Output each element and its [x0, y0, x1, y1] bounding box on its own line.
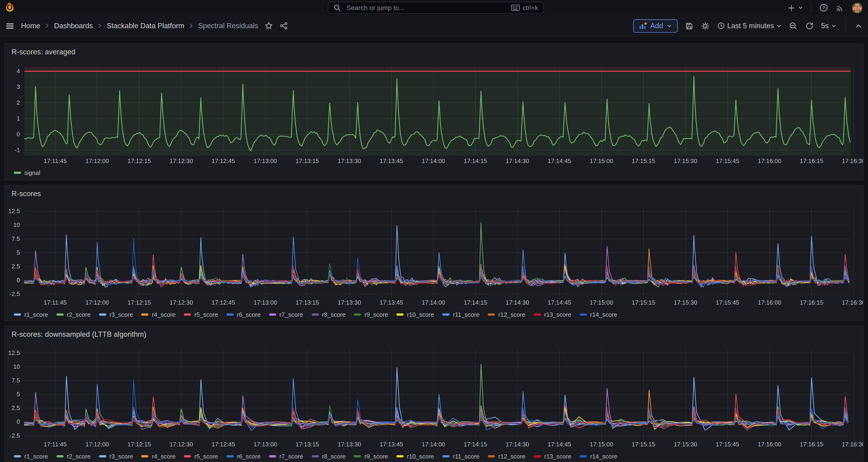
news-button[interactable]: [836, 3, 844, 12]
legend-item-r11_score[interactable]: r11_score: [442, 453, 479, 459]
legend-item-r9_score[interactable]: r9_score: [354, 311, 388, 318]
legend-series-color: [580, 313, 587, 315]
legend-series-color: [226, 313, 234, 315]
x-tick-label: 17:12:45: [212, 158, 235, 164]
y-tick-label: 10: [13, 363, 20, 370]
save-dashboard-button[interactable]: [684, 21, 693, 30]
legend-item-r7_score[interactable]: r7_score: [269, 311, 303, 318]
breadcrumb: Home Dashboards Stackable Data Platform …: [21, 22, 258, 30]
legend-item-r5_score[interactable]: r5_score: [184, 311, 218, 318]
legend-item-r7_score[interactable]: r7_score: [269, 453, 303, 459]
toolbar-right: Add Last 5 minutes: [633, 19, 862, 32]
legend-series-color: [184, 455, 191, 457]
legend-item-r2_score[interactable]: r2_score: [56, 453, 91, 459]
legend-item-r1_score[interactable]: r1_score: [14, 311, 48, 318]
breadcrumb-dashboards[interactable]: Dashboards: [54, 22, 93, 30]
legend-series-color: [442, 455, 450, 457]
x-tick-label: 17:15:30: [674, 158, 698, 164]
legend-series-color: [442, 313, 450, 315]
legend-item-r2_score[interactable]: r2_score: [56, 311, 91, 318]
x-tick-label: 17:12:30: [169, 158, 193, 164]
time-range-picker[interactable]: Last 5 minutes: [717, 22, 782, 30]
x-tick-label: 17:14:30: [506, 441, 529, 448]
search-box[interactable]: ctrl+k: [328, 2, 544, 14]
x-tick-label: 17:12:15: [127, 299, 151, 306]
time-series-plot[interactable]: 17:11:4517:12:0017:12:1517:12:3017:12:45…: [5, 185, 863, 320]
legend-item-r14_score[interactable]: r14_score: [580, 311, 617, 318]
new-button[interactable]: [787, 3, 803, 12]
legend-series-color: [56, 313, 64, 315]
y-tick-label: 2.5: [12, 263, 20, 270]
legend-series-name: r4_score: [152, 453, 176, 459]
y-tick-label: 2: [17, 99, 20, 106]
collapse-toolbar-button[interactable]: [855, 22, 862, 30]
search-input[interactable]: [345, 3, 507, 12]
x-tick-label: 17:11:45: [43, 441, 67, 448]
mega-menu-button[interactable]: [6, 21, 14, 30]
top-nav: ctrl+k ?: [0, 0, 868, 16]
breadcrumb-current: Spectral Residuals: [198, 22, 258, 30]
zoom-out-icon: [789, 21, 798, 30]
legend-series-color: [14, 455, 21, 457]
time-series-plot[interactable]: 17:11:4517:12:0017:12:1517:12:3017:12:45…: [5, 326, 863, 461]
legend-item-r4_score[interactable]: r4_score: [141, 453, 176, 459]
legend-item-r13_score[interactable]: r13_score: [534, 453, 571, 459]
panel-r-scores-averaged: R-scores: averaged 17:11:4517:12:0017:12…: [4, 43, 864, 181]
refresh-icon: [805, 21, 814, 30]
add-button-label: Add: [650, 22, 663, 30]
legend-item-r12_score[interactable]: r12_score: [488, 453, 525, 459]
grafana-logo[interactable]: [4, 2, 16, 13]
legend-item-r6_score[interactable]: r6_score: [226, 453, 261, 459]
legend-series-color: [488, 313, 495, 315]
legend-item-r14_score[interactable]: r14_score: [580, 453, 617, 459]
legend-item-r10_score[interactable]: r10_score: [396, 453, 434, 459]
x-tick-label: 17:15:45: [716, 158, 739, 164]
legend-item-r1_score[interactable]: r1_score: [14, 453, 48, 459]
refresh-button[interactable]: [805, 21, 814, 30]
legend-item-r3_score[interactable]: r3_score: [99, 453, 133, 459]
legend-series-name: r5_score: [194, 311, 218, 318]
breadcrumb-folder[interactable]: Stackable Data Platform: [107, 22, 184, 30]
legend-item-r13_score[interactable]: r13_score: [534, 311, 571, 318]
user-avatar[interactable]: [852, 3, 862, 13]
help-button[interactable]: ?: [819, 3, 828, 12]
x-tick-label: 17:13:00: [254, 441, 277, 448]
refresh-interval-label: 5s: [821, 22, 829, 30]
legend-item-r10_score[interactable]: r10_score: [396, 311, 434, 318]
legend-item-r5_score[interactable]: r5_score: [184, 453, 218, 459]
zoom-out-button[interactable]: [789, 21, 798, 30]
add-panel-button[interactable]: Add: [633, 19, 677, 32]
legend-item-r3_score[interactable]: r3_score: [99, 311, 133, 318]
legend-series-color: [184, 313, 191, 315]
share-button[interactable]: [280, 22, 288, 30]
menu-icon: [6, 21, 14, 30]
x-tick-label: 17:14:15: [464, 299, 487, 306]
x-tick-label: 17:14:15: [464, 441, 487, 448]
grafana-flame-icon: [4, 2, 16, 13]
x-tick-label: 17:13:45: [379, 441, 403, 448]
series-line-r10_score: [25, 408, 848, 429]
x-tick-label: 17:13:45: [379, 299, 403, 306]
legend-item-r4_score[interactable]: r4_score: [141, 311, 176, 318]
legend-series-name: r12_score: [498, 453, 525, 459]
legend-item-r8_score[interactable]: r8_score: [311, 311, 346, 318]
breadcrumb-home[interactable]: Home: [21, 22, 40, 30]
legend: r1_scorer2_scorer3_scorer4_scorer5_score…: [14, 311, 617, 318]
legend-series-name: r1_score: [24, 311, 48, 318]
legend-item-signal[interactable]: signal: [14, 170, 40, 176]
time-series-plot[interactable]: 17:11:4517:12:0017:12:1517:12:3017:12:45…: [5, 44, 863, 180]
legend-item-r6_score[interactable]: r6_score: [226, 311, 261, 318]
legend-item-r11_score[interactable]: r11_score: [442, 311, 479, 318]
legend-item-r12_score[interactable]: r12_score: [488, 311, 525, 318]
favorite-button[interactable]: [265, 22, 273, 30]
chevron-right-icon: [44, 23, 50, 29]
legend-item-r8_score[interactable]: r8_score: [311, 453, 346, 459]
dashboard-settings-button[interactable]: [701, 21, 709, 30]
x-tick-label: 17:13:45: [379, 158, 403, 164]
refresh-interval-picker[interactable]: 5s: [821, 22, 837, 30]
legend-series-color: [141, 313, 149, 315]
legend-series-color: [396, 313, 404, 315]
legend-series-name: r11_score: [453, 453, 479, 459]
x-tick-label: 17:15:15: [632, 158, 655, 164]
legend-item-r9_score[interactable]: r9_score: [354, 453, 388, 459]
